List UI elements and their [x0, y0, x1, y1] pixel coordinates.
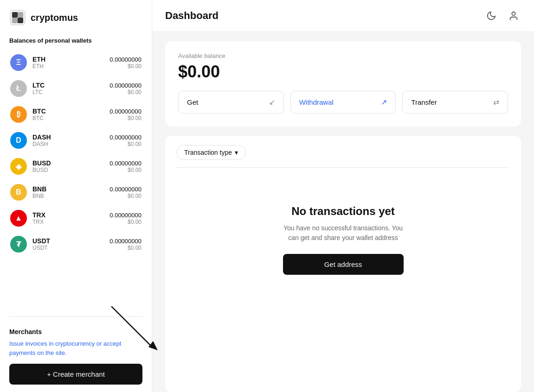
- coin-icon-bnb: B: [10, 184, 27, 201]
- coin-ticker-busd: BUSD: [32, 167, 104, 173]
- merchants-description: Issue invoices in cryptocurrency or acce…: [9, 339, 142, 357]
- coin-name-busd: BUSD: [32, 159, 104, 167]
- logo: cryptomus: [0, 0, 152, 37]
- user-menu-button[interactable]: [506, 8, 521, 23]
- coin-name-eth: ETH: [32, 56, 104, 63]
- coin-ticker-btc: BTC: [32, 115, 104, 121]
- wallet-item-bnb[interactable]: B BNB BNB 0.00000000 $0.00: [6, 179, 146, 205]
- wallet-item-busd[interactable]: ◈ BUSD BUSD 0.00000000 $0.00: [6, 153, 146, 179]
- wallet-item-eth[interactable]: Ξ ETH ETH 0.00000000 $0.00: [6, 50, 146, 76]
- coin-ticker-dash: DASH: [32, 141, 104, 147]
- withdrawal-button[interactable]: Withdrawal ↗: [290, 91, 396, 114]
- action-buttons: Get ↙ Withdrawal ↗ Transfer ⇄: [178, 91, 508, 114]
- coin-name-dash: DASH: [32, 133, 104, 141]
- transaction-type-filter[interactable]: Transaction type ▾: [176, 145, 246, 160]
- coin-ticker-usdt: USDT: [32, 245, 104, 251]
- coin-balance-eth: 0.00000000: [109, 56, 142, 63]
- page-title: Dashboard: [165, 10, 219, 22]
- topbar-icons: [484, 8, 521, 23]
- merchants-title: Merchants: [9, 328, 142, 335]
- wallet-item-usdt[interactable]: ₮ USDT USDT 0.00000000 $0.00: [6, 231, 146, 257]
- get-icon: ↙: [269, 98, 275, 107]
- coin-name-btc: BTC: [32, 107, 104, 115]
- empty-title: No transactions yet: [291, 205, 395, 218]
- empty-description: You have no successful transactions. You…: [278, 223, 408, 243]
- coin-ticker-eth: ETH: [32, 63, 104, 70]
- merchants-section: Merchants Issue invoices in cryptocurren…: [0, 322, 152, 392]
- coin-icon-trx: ▲: [10, 210, 27, 227]
- balance-amount: $0.00: [178, 62, 508, 82]
- wallet-item-trx[interactable]: ▲ TRX TRX 0.00000000 $0.00: [6, 205, 146, 231]
- wallet-item-dash[interactable]: D DASH DASH 0.00000000 $0.00: [6, 127, 146, 153]
- coin-balance-busd: 0.00000000: [109, 160, 142, 167]
- svg-rect-3: [12, 18, 18, 23]
- coin-icon-eth: Ξ: [10, 54, 27, 71]
- coin-balance-btc: 0.00000000: [109, 108, 142, 115]
- chevron-down-icon: ▾: [235, 149, 238, 156]
- coin-icon-usdt: ₮: [10, 236, 27, 253]
- coin-name-ltc: LTC: [32, 82, 104, 89]
- get-button[interactable]: Get ↙: [178, 91, 284, 114]
- main-content: Dashboard Available balance $0.00 Get ↙: [152, 0, 534, 392]
- topbar: Dashboard: [152, 0, 534, 32]
- coin-icon-btc: ₿: [10, 106, 27, 123]
- coin-balance-ltc: 0.00000000: [109, 82, 142, 89]
- coin-usd-trx: $0.00: [109, 219, 142, 225]
- coin-balance-dash: 0.00000000: [109, 134, 142, 141]
- coin-balance-usdt: 0.00000000: [109, 238, 142, 245]
- coin-icon-dash: D: [10, 132, 27, 149]
- balance-card: Available balance $0.00 Get ↙ Withdrawal…: [165, 41, 521, 126]
- empty-state: No transactions yet You have no successf…: [176, 177, 510, 303]
- svg-rect-4: [18, 12, 23, 18]
- balance-label: Available balance: [178, 52, 508, 59]
- app-name: cryptomus: [31, 13, 78, 23]
- coin-name-bnb: BNB: [32, 185, 104, 193]
- transfer-icon: ⇄: [493, 98, 499, 107]
- dark-mode-button[interactable]: [484, 8, 499, 23]
- logo-icon: [9, 9, 26, 26]
- coin-balance-bnb: 0.00000000: [109, 186, 142, 193]
- coin-usd-dash: $0.00: [109, 141, 142, 147]
- coin-ticker-bnb: BNB: [32, 193, 104, 199]
- coin-balance-trx: 0.00000000: [109, 212, 142, 219]
- svg-rect-2: [18, 18, 23, 23]
- withdrawal-icon: ↗: [381, 98, 387, 107]
- svg-point-7: [512, 12, 515, 15]
- coin-icon-ltc: Ł: [10, 80, 27, 97]
- transaction-section: Transaction type ▾ No transactions yet Y…: [165, 136, 521, 392]
- wallet-item-btc[interactable]: ₿ BTC BTC 0.00000000 $0.00: [6, 101, 146, 127]
- wallet-item-ltc[interactable]: Ł LTC LTC 0.00000000 $0.00: [6, 76, 146, 101]
- transfer-button[interactable]: Transfer ⇄: [402, 91, 508, 114]
- coin-usd-bnb: $0.00: [109, 193, 142, 199]
- coin-usd-eth: $0.00: [109, 63, 142, 70]
- coin-usd-usdt: $0.00: [109, 245, 142, 251]
- balances-section-title: Balances of personal wallets: [0, 37, 152, 50]
- wallet-list: Ξ ETH ETH 0.00000000 $0.00 Ł LTC LTC 0.0…: [0, 50, 152, 311]
- svg-rect-1: [12, 12, 18, 18]
- coin-usd-btc: $0.00: [109, 115, 142, 121]
- coin-name-usdt: USDT: [32, 237, 104, 245]
- create-merchant-button[interactable]: + Create merchant: [9, 364, 142, 385]
- coin-icon-busd: ◈: [10, 158, 27, 175]
- coin-usd-busd: $0.00: [109, 167, 142, 173]
- filter-row: Transaction type ▾: [176, 145, 510, 168]
- sidebar-divider: [9, 316, 142, 317]
- coin-name-trx: TRX: [32, 211, 104, 219]
- coin-usd-ltc: $0.00: [109, 89, 142, 95]
- coin-ticker-trx: TRX: [32, 219, 104, 225]
- coin-ticker-ltc: LTC: [32, 89, 104, 95]
- get-address-button[interactable]: Get address: [283, 254, 404, 275]
